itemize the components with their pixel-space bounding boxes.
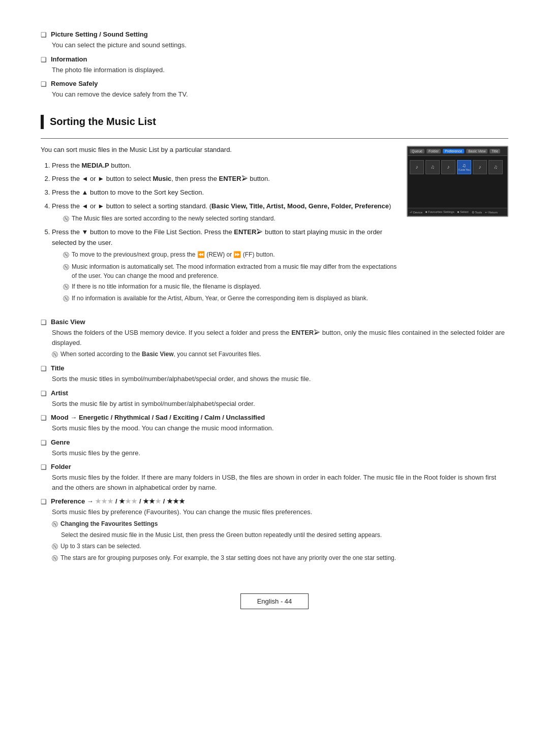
- tv-tab-preference: Preference: [443, 149, 464, 153]
- checkbox-icon-picture: ❑: [41, 31, 47, 39]
- tv-tab-basic-view: Basic View: [466, 149, 487, 153]
- checkbox-icon-folder: ❑: [41, 463, 47, 471]
- step-1: Press the MEDIA.P button.: [52, 161, 398, 171]
- basic-view-title: Basic View: [51, 318, 85, 326]
- checkbox-icon-genre: ❑: [41, 439, 47, 447]
- tv-screenshot: Queue Folder Preference Basic View Title…: [407, 146, 508, 217]
- note-icon-1: Ⓝ: [63, 214, 69, 224]
- checkbox-icon-artist: ❑: [41, 390, 47, 397]
- basic-view-body: Shows the folders of the USB memory devi…: [52, 328, 508, 359]
- tv-content: ♪ ♫ ♪ ♫ I Love You ♪: [408, 156, 507, 207]
- artist-section: ❑ Artist Sorts the music file by artist …: [41, 389, 508, 409]
- intro-content: You can sort music files in the Music Li…: [41, 146, 508, 308]
- pref-note-2: Ⓝ Up to 3 stars can be selected.: [52, 542, 508, 551]
- title-body: Sorts the music titles in symbol/number/…: [52, 374, 508, 384]
- remove-safely-section: ❑ Remove Safely You can remove the devic…: [41, 80, 508, 100]
- title-section: ❑ Title Sorts the music titles in symbol…: [41, 364, 508, 384]
- tv-screenshot-container: Queue Folder Preference Basic View Title…: [407, 146, 508, 217]
- checkbox-icon-info: ❑: [41, 56, 47, 64]
- intro-text: You can sort music files in the Music Li…: [41, 146, 398, 153]
- checkbox-icon-mood: ❑: [41, 414, 47, 422]
- note-icon-2: Ⓝ: [63, 250, 69, 260]
- note-icon-basic-view: Ⓝ: [52, 350, 58, 359]
- pref-note-1-text: Select the desired music file in the Mus…: [61, 530, 382, 540]
- picture-setting-title: Picture Setting / Sound Setting: [51, 30, 148, 38]
- step5-note-1-text: To move to the previous/next group, pres…: [72, 250, 274, 259]
- steps-list: Press the MEDIA.P button. Press the ◄ or…: [52, 161, 398, 304]
- information-body: The photo file information is displayed.: [52, 65, 508, 75]
- note-icon-5: Ⓝ: [63, 294, 69, 304]
- step5-note-2: Ⓝ Music information is automatically set…: [63, 262, 398, 280]
- preference-title: Preference → ★★★ / ★★★ / ★★★ / ★★★: [51, 497, 185, 505]
- subsections: ❑ Basic View Shows the folders of the US…: [41, 318, 508, 563]
- step5-note-3: Ⓝ If there is no title information for a…: [63, 282, 398, 292]
- section-divider: [41, 138, 508, 139]
- step5-note-1: Ⓝ To move to the previous/next group, pr…: [63, 250, 398, 260]
- tv-item-highlighted: ♫ I Love You: [457, 160, 471, 174]
- tv-bottom-fav: ■ Favourites Settings: [425, 210, 454, 213]
- tv-item-1: ♪: [410, 160, 424, 174]
- step4-note-text: The Music files are sorted according to …: [72, 214, 276, 223]
- note-icon-pref-0: Ⓝ: [52, 520, 58, 529]
- checkbox-icon-remove: ❑: [41, 80, 47, 88]
- step5-note-4: Ⓝ If no information is available for the…: [63, 294, 398, 304]
- basic-view-section: ❑ Basic View Shows the folders of the US…: [41, 318, 508, 359]
- page-footer: English - 44: [41, 593, 508, 609]
- picture-setting-body: You can select the picture and sound set…: [52, 40, 508, 50]
- preference-section: ❑ Preference → ★★★ / ★★★ / ★★★ / ★★★ Sor…: [41, 497, 508, 563]
- pref-note-2-text: Up to 3 stars can be selected.: [60, 542, 141, 551]
- folder-body: Sorts music files by the folder. If ther…: [52, 472, 508, 492]
- information-section: ❑ Information The photo file information…: [41, 55, 508, 75]
- genre-section: ❑ Genre Sorts music files by the genre.: [41, 438, 508, 458]
- basic-view-note-text: When sorted according to the Basic View,…: [60, 350, 261, 359]
- step5-note-3-text: If there is no title information for a m…: [72, 282, 261, 291]
- step-5: Press the ▼ button to move to the File L…: [52, 227, 398, 304]
- tv-top-bar: Queue Folder Preference Basic View Title: [408, 147, 507, 156]
- tv-bottom-tools: ⚙ Tools: [472, 210, 482, 214]
- remove-safely-title: Remove Safely: [51, 80, 98, 87]
- tv-bottom-bar: ⏎ Device ■ Favourites Settings ■ Select …: [408, 208, 507, 216]
- checkbox-icon-title: ❑: [41, 365, 47, 372]
- tv-tab-title: Title: [490, 149, 500, 153]
- genre-title: Genre: [51, 438, 70, 446]
- step5-note-4-text: If no information is available for the A…: [72, 294, 368, 303]
- footer-text: English - 44: [257, 597, 292, 605]
- note-icon-pref-2: Ⓝ: [52, 542, 58, 551]
- artist-body: Sorts the music file by artist in symbol…: [52, 399, 508, 409]
- information-title: Information: [51, 55, 87, 63]
- pref-note-1: Select the desired music file in the Mus…: [61, 530, 508, 540]
- remove-safely-body: You can remove the device safely from th…: [52, 89, 508, 100]
- mood-body: Sorts music files by the mood. You can c…: [52, 423, 508, 433]
- tv-item-3: ♪: [441, 160, 455, 174]
- preference-body: Sorts music files by preference (Favouri…: [52, 507, 508, 563]
- tv-tab-folder: Folder: [426, 149, 441, 153]
- mood-section: ❑ Mood → Energetic / Rhythmical / Sad / …: [41, 414, 508, 433]
- checkbox-icon-preference: ❑: [41, 498, 47, 506]
- title-title: Title: [51, 364, 65, 372]
- picture-setting-section: ❑ Picture Setting / Sound Setting You ca…: [41, 30, 508, 50]
- note-icon-pref-3: Ⓝ: [52, 554, 58, 563]
- step-3: Press the ▲ button to move to the Sort k…: [52, 187, 398, 198]
- pref-note-3-text: The stars are for grouping purposes only…: [60, 553, 396, 562]
- tv-bottom-select: ■ Select: [458, 210, 469, 213]
- step5-note-2-text: Music information is automatically set. …: [72, 262, 398, 280]
- step-4: Press the ◄ or ► button to select a sort…: [52, 201, 398, 224]
- tv-bottom-device: ⏎ Device: [410, 210, 422, 214]
- tv-music-items: ♪ ♫ ♪ ♫ I Love You ♪: [410, 160, 505, 174]
- steps-column: You can sort music files in the Music Li…: [41, 146, 398, 308]
- folder-section: ❑ Folder Sorts music files by the folder…: [41, 463, 508, 492]
- footer-box: English - 44: [240, 593, 309, 609]
- artist-title: Artist: [51, 389, 68, 397]
- pref-note-3: Ⓝ The stars are for grouping purposes on…: [52, 553, 508, 563]
- mood-title: Mood → Energetic / Rhythmical / Sad / Ex…: [51, 414, 265, 421]
- basic-view-note: Ⓝ When sorted according to the Basic Vie…: [52, 350, 508, 359]
- note-icon-3: Ⓝ: [63, 263, 69, 272]
- pref-note-0-text: Changing the Favourites Settings: [60, 519, 158, 528]
- tv-item-2: ♫: [425, 160, 440, 174]
- tv-tab-queue: Queue: [410, 149, 424, 153]
- top-sections: ❑ Picture Setting / Sound Setting You ca…: [41, 30, 508, 100]
- step-2: Press the ◄ or ► button to select Music,…: [52, 174, 398, 184]
- section-title: Sorting the Music List: [50, 116, 156, 128]
- genre-body: Sorts music files by the genre.: [52, 448, 508, 458]
- tv-item-5: ♪: [473, 160, 487, 174]
